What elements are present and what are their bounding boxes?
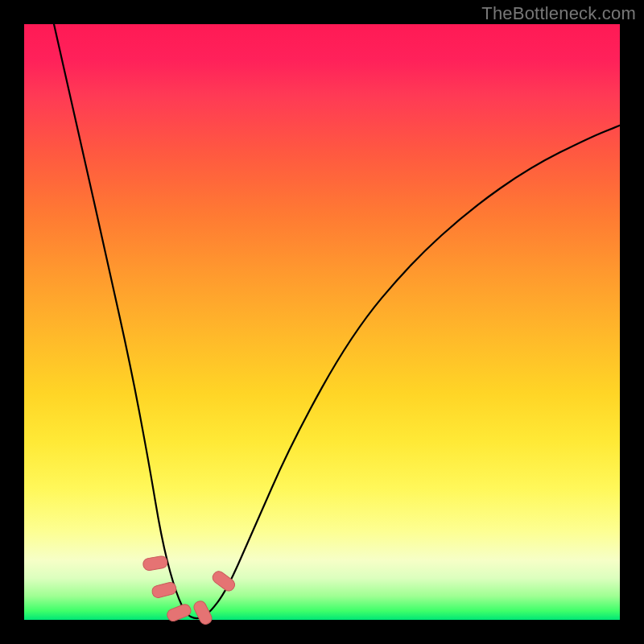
- marker-m5: [210, 569, 237, 593]
- curve-svg: [24, 24, 620, 620]
- marker-m3: [166, 603, 192, 623]
- marker-m1: [142, 555, 168, 572]
- marker-m4: [192, 599, 214, 626]
- watermark-text: TheBottleneck.com: [481, 3, 636, 24]
- plot-area: [24, 24, 620, 620]
- marker-m2: [151, 581, 178, 599]
- bottleneck-curve: [54, 24, 620, 618]
- chart-frame: TheBottleneck.com: [0, 0, 644, 644]
